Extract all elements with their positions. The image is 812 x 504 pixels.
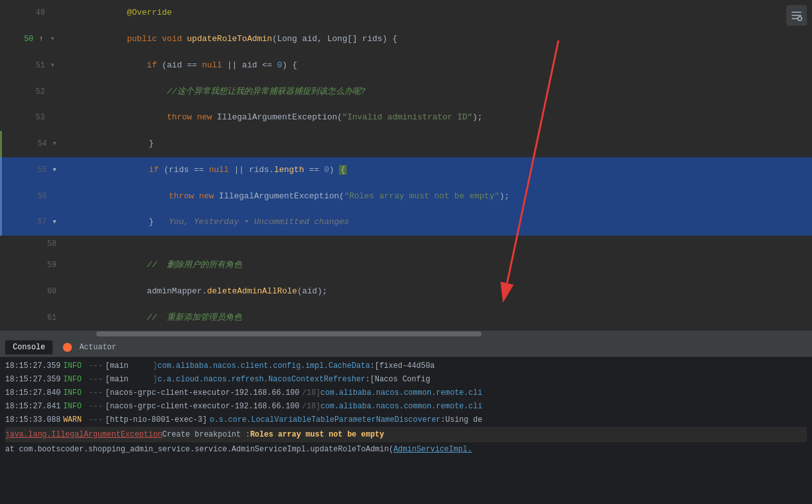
line-num-54: 54 (38, 139, 47, 148)
actuator-icon (63, 343, 72, 352)
editor-scrollbar-thumb[interactable] (96, 331, 481, 336)
panel-tabs: Console Actuator (0, 338, 812, 357)
tab-actuator[interactable]: Actuator (55, 340, 124, 354)
gutter-55: 55 ▼ (2, 165, 66, 175)
console-output: 18:15:27.359 INFO --- [main ] com.alibab… (0, 357, 812, 504)
line-num-55: 55 (38, 166, 47, 175)
code-editor: 49 @Override 50 ↑ ▼ public void updateRo… (0, 0, 812, 337)
line-num-56: 56 (38, 192, 47, 201)
exception-line: java.lang.IllegalArgumentException Creat… (5, 427, 807, 442)
code-line-57: 57 ▼ } You, Yesterday • Uncommitted chan… (0, 209, 812, 236)
line-num-50: 50 (24, 35, 33, 44)
code-lines-container: 49 @Override 50 ↑ ▼ public void updateRo… (0, 0, 812, 331)
console-tab-label: Console (13, 343, 45, 352)
gutter-51: 51 ▼ (0, 60, 64, 71)
line-num-49: 49 (36, 8, 45, 17)
tab-console[interactable]: Console (5, 340, 53, 354)
actuator-tab-label: Actuator (80, 343, 117, 352)
line-content-61: // 重新添加管理员角色 (64, 293, 812, 331)
line-num-58: 58 (48, 239, 56, 248)
fold-54[interactable]: ▼ (49, 139, 60, 149)
code-line-61: 61 // 重新添加管理员角色 (0, 304, 812, 331)
fold-55[interactable]: ▼ (49, 165, 60, 175)
gutter-59: 59 (0, 261, 64, 270)
log-line-4: 18:15:27.841 INFO --- [nacos-grpc-client… (5, 400, 807, 413)
gutter-icon-52 (48, 87, 58, 97)
line-num-57: 57 (38, 218, 47, 227)
gutter-54: 54 ▼ (2, 139, 66, 149)
line-num-61: 61 (48, 313, 56, 322)
gutter-57: 57 ▼ (2, 217, 66, 227)
gutter-49: 49 (0, 8, 64, 18)
line-num-51: 51 (36, 61, 45, 70)
editor-scrollbar[interactable] (0, 331, 812, 337)
gutter-56: 56 (2, 191, 66, 202)
fold-51[interactable]: ▼ (48, 60, 58, 71)
gutter-52: 52 (0, 87, 64, 97)
gutter-61: 61 (0, 313, 64, 322)
gutter-58: 58 (0, 239, 64, 248)
fold-57[interactable]: ▼ (49, 217, 60, 227)
gutter-icon-49 (48, 8, 58, 18)
line-num-59: 59 (48, 261, 56, 270)
gutter-53: 53 (0, 112, 64, 123)
log-line-2: 18:15:27.359 INFO --- [main ] c.a.cloud.… (5, 373, 807, 386)
fold-50[interactable]: ▼ (48, 34, 58, 44)
gutter-icon-53 (48, 112, 58, 123)
gutter-60: 60 (0, 287, 64, 296)
gutter-icon-56 (49, 191, 60, 202)
gutter-50: 50 ↑ ▼ (0, 34, 64, 44)
line-num-53: 53 (36, 113, 45, 122)
exec-marker-50: ↑ (36, 34, 46, 44)
at-line: at com.bootscoder.shopping_admin_service… (5, 443, 807, 456)
line-num-60: 60 (48, 287, 56, 296)
log-line-5: 18:15:33.088 WARN --- [http-nio-8001-exe… (5, 413, 807, 426)
bottom-panel: Console Actuator 18:15:27.359 INFO --- [… (0, 337, 812, 504)
log-line-3: 18:15:27.840 INFO --- [nacos-grpc-client… (5, 387, 807, 399)
log-line-1: 18:15:27.359 INFO --- [main ] com.alibab… (5, 360, 807, 372)
line-num-52: 52 (36, 87, 45, 96)
